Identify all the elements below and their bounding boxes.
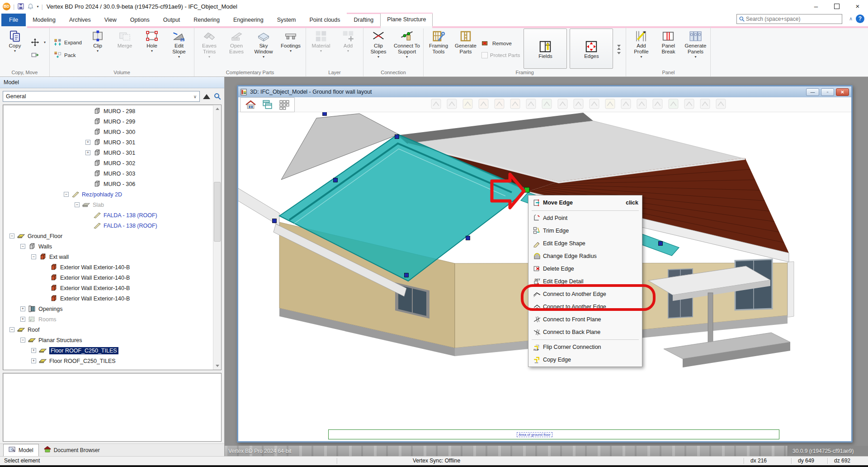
tab-rendering[interactable]: Rendering bbox=[187, 14, 226, 26]
panel-break-icon-button[interactable]: Panel Break bbox=[655, 28, 682, 69]
menu-item-connect-to-another-edge[interactable]: Connect to Another Edge bbox=[528, 300, 642, 313]
edges-icon-button[interactable]: Edges bbox=[570, 29, 613, 69]
expand-icon[interactable]: + bbox=[31, 348, 36, 353]
tree-item[interactable]: +MURO - 301 bbox=[3, 148, 213, 158]
tree-item[interactable]: +Floor ROOF_C250_TILES bbox=[3, 345, 213, 356]
viewport-restore-button[interactable]: ▫ bbox=[821, 88, 834, 96]
tree-item[interactable]: −MURO - 306 bbox=[3, 179, 213, 189]
menu-item-trim-edge[interactable]: Trim Edge bbox=[528, 224, 642, 237]
connect-support-icon-button[interactable]: Connect To Support▾ bbox=[392, 28, 422, 69]
menu-item-move-edge[interactable]: Move Edgeclick bbox=[528, 196, 642, 210]
expand-icon[interactable]: + bbox=[20, 317, 25, 322]
tab-point-clouds[interactable]: Point clouds bbox=[302, 14, 347, 26]
tree-item[interactable]: −Ext wall bbox=[3, 252, 213, 262]
menu-item-edit-edge-detail[interactable]: DETEdit Edge Detail bbox=[528, 275, 642, 288]
help-button[interactable]: ? bbox=[856, 14, 864, 23]
scroll-up-icon[interactable] bbox=[214, 105, 221, 112]
floor-plan-view-icon[interactable] bbox=[245, 99, 256, 110]
tree-item[interactable]: −MURO - 302 bbox=[3, 158, 213, 168]
move-button[interactable]: ▾ bbox=[31, 38, 46, 47]
tree-item[interactable]: −Ground_Floor bbox=[3, 231, 213, 241]
menu-item-edit-edge-shape[interactable]: Edit Edge Shape bbox=[528, 237, 642, 250]
scrollbar-thumb[interactable] bbox=[214, 182, 221, 242]
tree-item[interactable]: −Slab bbox=[3, 200, 213, 210]
ribbon-scroll-down-icon[interactable] bbox=[617, 47, 622, 51]
edit-slope-icon-button[interactable]: 25Edit Slope▾ bbox=[165, 28, 193, 69]
tab-archives[interactable]: Archives bbox=[62, 14, 98, 26]
expand-icon[interactable]: + bbox=[31, 358, 36, 363]
tree-item[interactable]: −MURO - 298 bbox=[3, 106, 213, 116]
bottom-tab-document-browser[interactable]: Document Browser bbox=[39, 444, 105, 456]
expand-icon[interactable]: + bbox=[20, 306, 25, 311]
send-button[interactable] bbox=[31, 51, 46, 59]
maximize-button[interactable] bbox=[826, 0, 847, 12]
tree-item[interactable]: −Planar Structures bbox=[3, 335, 213, 345]
ribbon-more-icon[interactable] bbox=[617, 54, 622, 58]
tab-options[interactable]: Options bbox=[123, 14, 156, 26]
sky-window-icon-button[interactable]: Sky Window▾ bbox=[250, 28, 277, 69]
collapse-icon[interactable]: − bbox=[75, 202, 80, 207]
viewport-close-button[interactable]: ✕ bbox=[836, 88, 849, 96]
expand-button[interactable]: Expand bbox=[53, 38, 82, 47]
viewport-minimize-button[interactable]: — bbox=[806, 88, 819, 96]
collapse-icon[interactable]: − bbox=[9, 234, 14, 238]
collapse-tree-button[interactable] bbox=[203, 94, 210, 99]
customize-toolbar-icon[interactable]: ▾ bbox=[37, 5, 38, 9]
tree-item[interactable]: −Exterior Wall Exterior-140-B bbox=[3, 272, 213, 283]
tree-item[interactable]: +Openings bbox=[3, 304, 213, 314]
menu-item-copy-edge[interactable]: Copy Edge bbox=[528, 353, 642, 366]
tile-windows-icon[interactable] bbox=[278, 99, 290, 110]
tab-system[interactable]: System bbox=[270, 14, 303, 26]
clip-icon-button[interactable]: Clip▾ bbox=[84, 28, 111, 69]
tree-item[interactable]: +Rooms bbox=[3, 314, 213, 324]
add-profile-icon-button[interactable]: Add Profile▾ bbox=[627, 28, 655, 69]
ribbon-scroll-up-icon[interactable] bbox=[617, 40, 622, 43]
menu-item-connect-to-another-edge[interactable]: Connect to Another Edge bbox=[528, 288, 642, 300]
remove-button[interactable]: Remove bbox=[481, 39, 520, 48]
menu-item-add-point[interactable]: Add Point bbox=[528, 212, 642, 224]
tab-view[interactable]: View bbox=[98, 14, 123, 26]
footings-icon-button[interactable]: Footings▾ bbox=[277, 28, 304, 69]
tree-item[interactable]: −FALDA - 138 (ROOF) bbox=[3, 220, 213, 231]
expand-icon[interactable]: + bbox=[85, 140, 90, 145]
tree-item[interactable]: −FALDA - 138 (ROOF) bbox=[3, 210, 213, 220]
pack-button[interactable]: Pack bbox=[53, 51, 82, 59]
scroll-down-icon[interactable] bbox=[214, 362, 221, 369]
menu-item-change-edge-radius[interactable]: Change Edge Radius bbox=[528, 250, 642, 262]
tab-output[interactable]: Output bbox=[156, 14, 187, 26]
tree-search-icon[interactable] bbox=[213, 92, 222, 100]
tree-item[interactable]: −Roof bbox=[3, 324, 213, 335]
viewport-title-bar[interactable]: 3D: IFC_Object_Model - Ground floor wall… bbox=[238, 86, 851, 97]
tab-modeling[interactable]: Modeling bbox=[26, 14, 62, 26]
close-button[interactable]: × bbox=[847, 0, 868, 12]
tree-item[interactable]: +MURO - 301 bbox=[3, 137, 213, 148]
menu-item-connect-to-front-plane[interactable]: Connect to Front Plane bbox=[528, 313, 642, 326]
generate-parts-icon-button[interactable]: Generate Parts bbox=[452, 28, 479, 69]
tree-item[interactable]: −MURO - 300 bbox=[3, 127, 213, 137]
tab-engineering[interactable]: Engineering bbox=[226, 14, 270, 26]
collapse-icon[interactable]: − bbox=[20, 244, 25, 249]
minimize-button[interactable]: – bbox=[806, 0, 826, 12]
collapse-icon[interactable]: − bbox=[64, 192, 69, 197]
tree-item[interactable]: +Floor ROOF_C250_TILES bbox=[3, 356, 213, 366]
expand-icon[interactable]: + bbox=[85, 150, 90, 155]
bottom-tab-model[interactable]: Model bbox=[3, 444, 39, 456]
save-icon[interactable] bbox=[17, 3, 24, 10]
cascade-windows-icon[interactable] bbox=[262, 99, 273, 110]
tab-drafting[interactable]: Drafting bbox=[347, 14, 381, 26]
tree-filter-dropdown[interactable]: General ∨ bbox=[3, 91, 200, 102]
menu-item-connect-to-back-plane[interactable]: Connect to Back Plane bbox=[528, 326, 642, 338]
tree-item[interactable]: −MURO - 303 bbox=[3, 168, 213, 179]
search-box[interactable] bbox=[736, 14, 842, 24]
collapse-icon[interactable]: − bbox=[9, 327, 14, 332]
generate-panels-icon-button[interactable]: Generate Panels▾ bbox=[682, 28, 709, 69]
fields-icon-button[interactable]: Fields bbox=[524, 29, 567, 69]
menu-item-flip-corner-connection[interactable]: FLIPFlip Corner Connection bbox=[528, 341, 642, 353]
collapse-ribbon-icon[interactable]: ∧ bbox=[849, 16, 853, 22]
tree-item[interactable]: −Walls bbox=[3, 241, 213, 252]
tab-plane-structure[interactable]: Plane Structure bbox=[380, 13, 433, 26]
tab-file[interactable]: File bbox=[1, 14, 26, 26]
notifications-bell-icon[interactable] bbox=[27, 3, 34, 10]
menu-item-delete-edge[interactable]: Delete Edge bbox=[528, 262, 642, 275]
hole-icon-button[interactable]: Hole▾ bbox=[138, 28, 165, 69]
